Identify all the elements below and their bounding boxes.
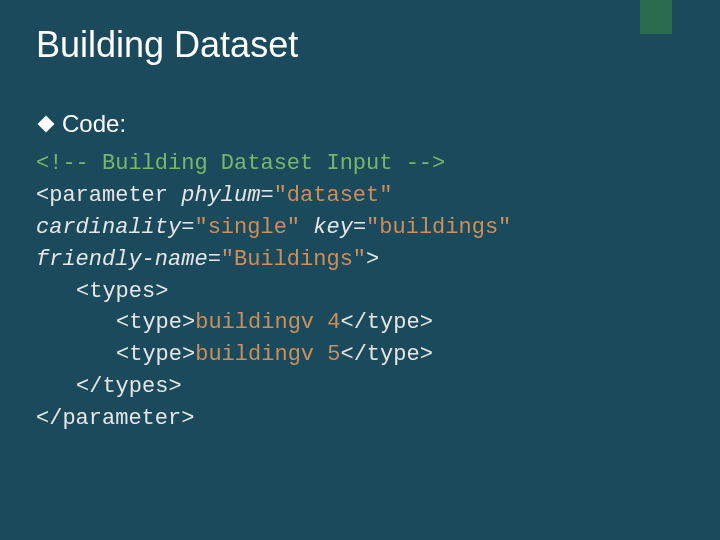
code-block: <!-- Building Dataset Input --> <paramet… <box>36 148 684 435</box>
accent-bar <box>640 0 672 34</box>
slide-body: Building Dataset Code: <!-- Building Dat… <box>0 0 720 540</box>
comment-open: <!-- <box>36 151 102 176</box>
param-close: </parameter> <box>36 406 194 431</box>
param-open-close: > <box>366 247 379 272</box>
attr-cardinality-name: cardinality <box>36 215 181 240</box>
bullet-label: Code: <box>62 110 126 138</box>
type-row-1: <type>buildingv 4</type> <box>116 307 684 339</box>
bullet-row: Code: <box>40 110 684 138</box>
comment-text: Building Dataset Input <box>102 151 392 176</box>
type-row-2: <type>buildingv 5</type> <box>116 339 684 371</box>
attr-cardinality-val: "single" <box>194 215 300 240</box>
types-close: </types> <box>76 371 684 403</box>
type-close-1: </type> <box>340 310 432 335</box>
attr-friendly-val: "Buildings" <box>221 247 366 272</box>
param-open-line: <parameter phylum="dataset" <box>36 183 392 208</box>
type-open-1: <type> <box>116 310 195 335</box>
attr-phylum-val: "dataset" <box>274 183 393 208</box>
param-open-tag: <parameter <box>36 183 168 208</box>
attr-phylum-name: phylum <box>181 183 260 208</box>
type-open-2: <type> <box>116 342 195 367</box>
type1-text: buildingv 4 <box>195 310 340 335</box>
attr-key-val: "buildings" <box>366 215 511 240</box>
page-title: Building Dataset <box>36 24 684 66</box>
param-line2: cardinality="single" key="buildings" <box>36 215 511 240</box>
attr-friendly-name: friendly-name <box>36 247 208 272</box>
types-open: <types> <box>76 276 684 308</box>
comment-close: --> <box>392 151 445 176</box>
param-line3: friendly-name="Buildings"> <box>36 247 379 272</box>
type-close-2: </type> <box>340 342 432 367</box>
diamond-icon <box>38 116 55 133</box>
attr-key-name: key <box>313 215 353 240</box>
type2-text: buildingv 5 <box>195 342 340 367</box>
code-comment: <!-- Building Dataset Input --> <box>36 151 445 176</box>
